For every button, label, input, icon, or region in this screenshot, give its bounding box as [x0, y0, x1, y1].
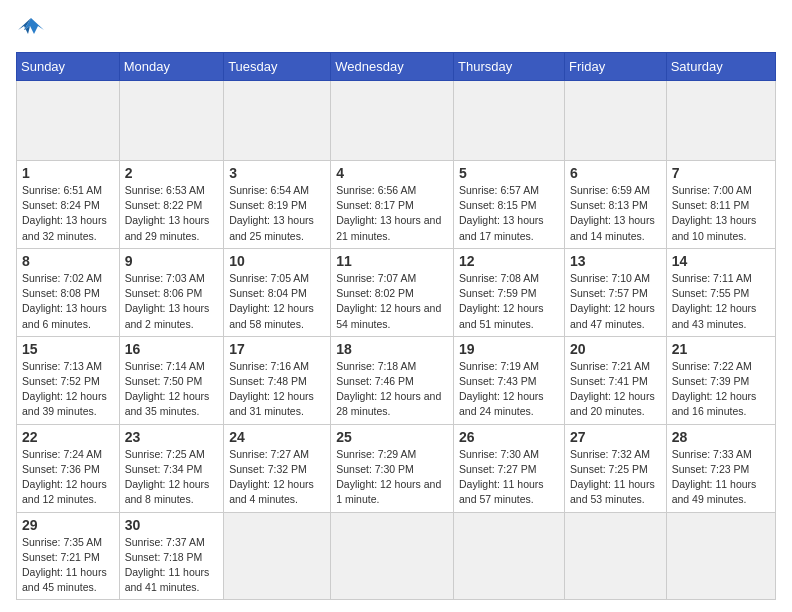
col-header-tuesday: Tuesday: [224, 53, 331, 81]
day-cell: 12Sunrise: 7:08 AM Sunset: 7:59 PM Dayli…: [453, 248, 564, 336]
day-number: 18: [336, 341, 448, 357]
day-cell: 25Sunrise: 7:29 AM Sunset: 7:30 PM Dayli…: [331, 424, 454, 512]
header-row: SundayMondayTuesdayWednesdayThursdayFrid…: [17, 53, 776, 81]
day-number: 28: [672, 429, 770, 445]
day-cell: 22Sunrise: 7:24 AM Sunset: 7:36 PM Dayli…: [17, 424, 120, 512]
day-info: Sunrise: 7:35 AM Sunset: 7:21 PM Dayligh…: [22, 535, 114, 596]
day-cell: [666, 512, 775, 600]
day-info: Sunrise: 7:33 AM Sunset: 7:23 PM Dayligh…: [672, 447, 770, 508]
week-row-3: 15Sunrise: 7:13 AM Sunset: 7:52 PM Dayli…: [17, 336, 776, 424]
day-cell: 3Sunrise: 6:54 AM Sunset: 8:19 PM Daylig…: [224, 161, 331, 249]
day-cell: [331, 512, 454, 600]
day-number: 19: [459, 341, 559, 357]
day-info: Sunrise: 7:00 AM Sunset: 8:11 PM Dayligh…: [672, 183, 770, 244]
day-number: 8: [22, 253, 114, 269]
day-cell: [453, 81, 564, 161]
calendar-table: SundayMondayTuesdayWednesdayThursdayFrid…: [16, 52, 776, 600]
day-info: Sunrise: 7:03 AM Sunset: 8:06 PM Dayligh…: [125, 271, 218, 332]
day-cell: 23Sunrise: 7:25 AM Sunset: 7:34 PM Dayli…: [119, 424, 223, 512]
day-cell: 13Sunrise: 7:10 AM Sunset: 7:57 PM Dayli…: [565, 248, 667, 336]
day-cell: [119, 81, 223, 161]
day-info: Sunrise: 7:07 AM Sunset: 8:02 PM Dayligh…: [336, 271, 448, 332]
day-cell: 5Sunrise: 6:57 AM Sunset: 8:15 PM Daylig…: [453, 161, 564, 249]
day-cell: 27Sunrise: 7:32 AM Sunset: 7:25 PM Dayli…: [565, 424, 667, 512]
day-cell: 1Sunrise: 6:51 AM Sunset: 8:24 PM Daylig…: [17, 161, 120, 249]
day-info: Sunrise: 6:59 AM Sunset: 8:13 PM Dayligh…: [570, 183, 661, 244]
day-cell: 30Sunrise: 7:37 AM Sunset: 7:18 PM Dayli…: [119, 512, 223, 600]
day-number: 23: [125, 429, 218, 445]
day-cell: 21Sunrise: 7:22 AM Sunset: 7:39 PM Dayli…: [666, 336, 775, 424]
col-header-monday: Monday: [119, 53, 223, 81]
day-cell: [17, 81, 120, 161]
week-row-5: 29Sunrise: 7:35 AM Sunset: 7:21 PM Dayli…: [17, 512, 776, 600]
day-number: 3: [229, 165, 325, 181]
day-number: 9: [125, 253, 218, 269]
logo-bird-icon: [16, 16, 46, 40]
week-row-1: 1Sunrise: 6:51 AM Sunset: 8:24 PM Daylig…: [17, 161, 776, 249]
day-info: Sunrise: 7:19 AM Sunset: 7:43 PM Dayligh…: [459, 359, 559, 420]
day-info: Sunrise: 7:18 AM Sunset: 7:46 PM Dayligh…: [336, 359, 448, 420]
day-cell: 7Sunrise: 7:00 AM Sunset: 8:11 PM Daylig…: [666, 161, 775, 249]
day-number: 10: [229, 253, 325, 269]
day-number: 5: [459, 165, 559, 181]
col-header-thursday: Thursday: [453, 53, 564, 81]
day-info: Sunrise: 7:08 AM Sunset: 7:59 PM Dayligh…: [459, 271, 559, 332]
day-number: 16: [125, 341, 218, 357]
week-row-4: 22Sunrise: 7:24 AM Sunset: 7:36 PM Dayli…: [17, 424, 776, 512]
day-number: 14: [672, 253, 770, 269]
day-cell: 17Sunrise: 7:16 AM Sunset: 7:48 PM Dayli…: [224, 336, 331, 424]
day-number: 2: [125, 165, 218, 181]
week-row-2: 8Sunrise: 7:02 AM Sunset: 8:08 PM Daylig…: [17, 248, 776, 336]
day-cell: 16Sunrise: 7:14 AM Sunset: 7:50 PM Dayli…: [119, 336, 223, 424]
day-cell: 19Sunrise: 7:19 AM Sunset: 7:43 PM Dayli…: [453, 336, 564, 424]
day-cell: 9Sunrise: 7:03 AM Sunset: 8:06 PM Daylig…: [119, 248, 223, 336]
day-cell: 11Sunrise: 7:07 AM Sunset: 8:02 PM Dayli…: [331, 248, 454, 336]
day-info: Sunrise: 7:25 AM Sunset: 7:34 PM Dayligh…: [125, 447, 218, 508]
day-cell: 14Sunrise: 7:11 AM Sunset: 7:55 PM Dayli…: [666, 248, 775, 336]
day-cell: [453, 512, 564, 600]
day-info: Sunrise: 6:56 AM Sunset: 8:17 PM Dayligh…: [336, 183, 448, 244]
day-cell: 24Sunrise: 7:27 AM Sunset: 7:32 PM Dayli…: [224, 424, 331, 512]
day-cell: 29Sunrise: 7:35 AM Sunset: 7:21 PM Dayli…: [17, 512, 120, 600]
day-cell: [565, 81, 667, 161]
day-info: Sunrise: 7:11 AM Sunset: 7:55 PM Dayligh…: [672, 271, 770, 332]
day-cell: [565, 512, 667, 600]
day-cell: 8Sunrise: 7:02 AM Sunset: 8:08 PM Daylig…: [17, 248, 120, 336]
day-cell: 18Sunrise: 7:18 AM Sunset: 7:46 PM Dayli…: [331, 336, 454, 424]
page-header: [16, 16, 776, 40]
day-number: 4: [336, 165, 448, 181]
day-info: Sunrise: 7:16 AM Sunset: 7:48 PM Dayligh…: [229, 359, 325, 420]
day-info: Sunrise: 6:53 AM Sunset: 8:22 PM Dayligh…: [125, 183, 218, 244]
day-number: 11: [336, 253, 448, 269]
day-cell: 15Sunrise: 7:13 AM Sunset: 7:52 PM Dayli…: [17, 336, 120, 424]
day-number: 26: [459, 429, 559, 445]
day-number: 22: [22, 429, 114, 445]
day-number: 13: [570, 253, 661, 269]
day-number: 27: [570, 429, 661, 445]
col-header-friday: Friday: [565, 53, 667, 81]
day-cell: 26Sunrise: 7:30 AM Sunset: 7:27 PM Dayli…: [453, 424, 564, 512]
col-header-saturday: Saturday: [666, 53, 775, 81]
day-cell: 10Sunrise: 7:05 AM Sunset: 8:04 PM Dayli…: [224, 248, 331, 336]
day-number: 15: [22, 341, 114, 357]
day-info: Sunrise: 7:02 AM Sunset: 8:08 PM Dayligh…: [22, 271, 114, 332]
day-cell: 4Sunrise: 6:56 AM Sunset: 8:17 PM Daylig…: [331, 161, 454, 249]
day-cell: [666, 81, 775, 161]
day-cell: [331, 81, 454, 161]
logo: [16, 16, 50, 40]
day-number: 24: [229, 429, 325, 445]
week-row-0: [17, 81, 776, 161]
day-info: Sunrise: 7:27 AM Sunset: 7:32 PM Dayligh…: [229, 447, 325, 508]
day-number: 21: [672, 341, 770, 357]
day-info: Sunrise: 7:10 AM Sunset: 7:57 PM Dayligh…: [570, 271, 661, 332]
day-number: 7: [672, 165, 770, 181]
day-cell: [224, 512, 331, 600]
day-cell: 6Sunrise: 6:59 AM Sunset: 8:13 PM Daylig…: [565, 161, 667, 249]
col-header-sunday: Sunday: [17, 53, 120, 81]
day-number: 25: [336, 429, 448, 445]
day-cell: 20Sunrise: 7:21 AM Sunset: 7:41 PM Dayli…: [565, 336, 667, 424]
col-header-wednesday: Wednesday: [331, 53, 454, 81]
day-info: Sunrise: 7:14 AM Sunset: 7:50 PM Dayligh…: [125, 359, 218, 420]
day-number: 6: [570, 165, 661, 181]
day-number: 1: [22, 165, 114, 181]
